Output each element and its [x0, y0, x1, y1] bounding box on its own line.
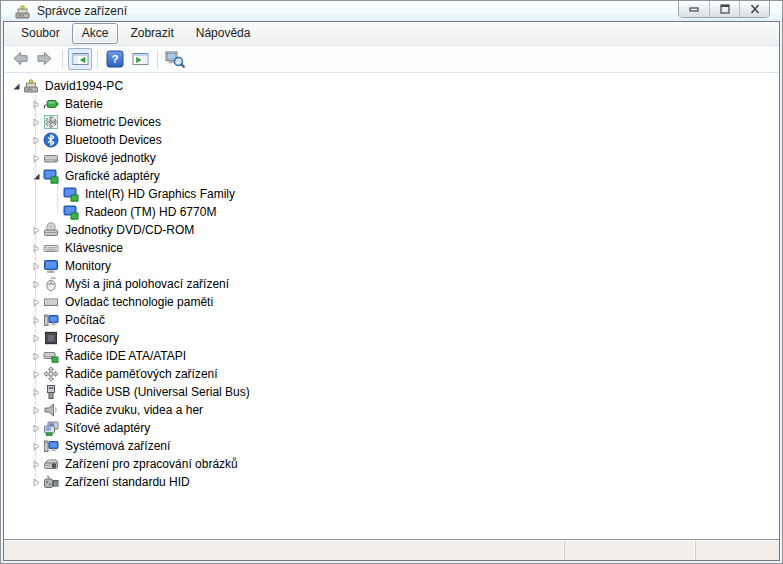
tree-item[interactable]: Intel(R) HD Graphics Family [4, 185, 779, 203]
tree-item-label: Monitory [65, 259, 111, 273]
tree-item[interactable]: Řadiče paměťových zařízení [4, 365, 779, 383]
tree-item[interactable]: Řadiče USB (Universal Serial Bus) [4, 383, 779, 401]
audio-icon [43, 402, 59, 418]
tree-item-label: Procesory [65, 331, 119, 345]
tree-item[interactable]: Ovladač technologie paměti [4, 293, 779, 311]
tree-expander-icon[interactable] [29, 97, 43, 111]
tree-expander-icon[interactable] [29, 115, 43, 129]
tree-expander-icon[interactable] [29, 421, 43, 435]
tree-guide-line [35, 95, 36, 482]
tree-item-label: Jednotky DVD/CD-ROM [65, 223, 194, 237]
disk-drive-icon [43, 150, 59, 166]
back-button[interactable] [8, 48, 32, 70]
minimize-icon [688, 4, 700, 14]
tree-expander-icon[interactable] [29, 133, 43, 147]
statusbar [4, 540, 779, 560]
console-tree-icon [72, 51, 89, 67]
tree-item[interactable]: David1994-PC [4, 77, 779, 95]
tree-expander-icon[interactable] [29, 223, 43, 237]
tree-expander-icon[interactable] [9, 79, 23, 93]
tree-expander-icon[interactable] [29, 367, 43, 381]
network-adapter-icon [43, 420, 59, 436]
tree-item[interactable]: Klávesnice [4, 239, 779, 257]
tree-item[interactable]: Jednotky DVD/CD-ROM [4, 221, 779, 239]
tree-item[interactable]: Grafické adaptéry [4, 167, 779, 185]
menu-item-akce[interactable]: Akce [72, 23, 119, 44]
tree-expander-icon[interactable] [29, 277, 43, 291]
forward-arrow-icon [35, 49, 55, 69]
device-manager-window: Správce zařízení SouborAkceZobrazitNápov… [0, 0, 783, 564]
tree-item-label: Řadiče zvuku, videa a her [65, 403, 203, 417]
menu-item-soubor[interactable]: Soubor [11, 23, 70, 44]
tree-item[interactable]: Procesory [4, 329, 779, 347]
tree-expander-icon[interactable] [29, 169, 43, 183]
tree-item[interactable]: Bluetooth Devices [4, 131, 779, 149]
statusbar-segment [695, 541, 779, 560]
tree-expander-icon[interactable] [29, 475, 43, 489]
back-arrow-icon [10, 49, 30, 69]
tree-item[interactable]: Zařízení pro zpracování obrázků [4, 455, 779, 473]
help-button[interactable]: ? [103, 48, 127, 70]
tree-expander-icon[interactable] [29, 295, 43, 309]
statusbar-segment [4, 541, 564, 560]
maximize-button[interactable] [709, 1, 739, 17]
tree-item[interactable]: Systémová zařízení [4, 437, 779, 455]
tree-item[interactable]: Řadiče IDE ATA/ATAPI [4, 347, 779, 365]
forward-button[interactable] [33, 48, 57, 70]
tree-item-label: Baterie [65, 97, 103, 111]
tree-guide-line [57, 185, 58, 212]
tree-item[interactable]: Počítač [4, 311, 779, 329]
tree-item-label: Řadiče IDE ATA/ATAPI [65, 349, 186, 363]
maximize-icon [719, 4, 731, 14]
help-icon: ? [106, 50, 124, 68]
tree-item[interactable]: Diskové jednotky [4, 149, 779, 167]
tree-item[interactable]: Myši a jiná polohovací zařízení [4, 275, 779, 293]
tree-item-label: Zařízení pro zpracování obrázků [65, 457, 238, 471]
tree-expander-icon[interactable] [29, 313, 43, 327]
toolbar-separator [62, 50, 63, 68]
tree-item[interactable]: Radeon (TM) HD 6770M [4, 203, 779, 221]
device-tree[interactable]: David1994-PCBaterieBiometric DevicesBlue… [4, 73, 779, 540]
tree-item-label: Myši a jiná polohovací zařízení [65, 277, 229, 291]
display-adapter-icon [63, 204, 79, 220]
tree-item-label: Řadiče paměťových zařízení [65, 367, 218, 381]
minimize-button[interactable] [679, 1, 709, 17]
tree-item[interactable]: Řadiče zvuku, videa a her [4, 401, 779, 419]
mouse-icon [43, 276, 59, 292]
tree-item-label: Počítač [65, 313, 105, 327]
tree-item-label: Grafické adaptéry [65, 169, 160, 183]
tree-expander-icon[interactable] [29, 259, 43, 273]
scan-hardware-button[interactable] [163, 48, 187, 70]
tree-expander-icon[interactable] [29, 385, 43, 399]
tree-expander-icon[interactable] [29, 439, 43, 453]
toolbar-separator [97, 50, 98, 68]
usb-icon [43, 384, 59, 400]
tree-item[interactable]: Monitory [4, 257, 779, 275]
tree-expander-icon[interactable] [29, 349, 43, 363]
tree-expander-icon[interactable] [29, 331, 43, 345]
tree-item[interactable]: Biometric Devices [4, 113, 779, 131]
imaging-device-icon [43, 456, 59, 472]
keyboard-icon [43, 240, 59, 256]
menu-item-zobrazit[interactable]: Zobrazit [120, 23, 183, 44]
close-button[interactable] [739, 1, 769, 17]
tree-expander-icon[interactable] [29, 403, 43, 417]
titlebar[interactable]: Správce zařízení [1, 1, 782, 21]
tree-item[interactable]: Baterie [4, 95, 779, 113]
tree-item[interactable]: Síťové adaptéry [4, 419, 779, 437]
menu-item-napoveda[interactable]: Nápověda [186, 23, 261, 44]
scan-hardware-icon [165, 49, 185, 69]
display-adapter-icon [63, 186, 79, 202]
processor-icon [43, 330, 59, 346]
show-console-tree-button[interactable] [68, 48, 92, 70]
tree-expander-icon[interactable] [29, 241, 43, 255]
statusbar-segment [564, 541, 695, 560]
tree-expander-icon[interactable] [29, 457, 43, 471]
device-manager-computer-icon [23, 78, 39, 94]
show-action-pane-button[interactable] [128, 48, 152, 70]
ide-controller-icon [43, 348, 59, 364]
tree-item-label: Biometric Devices [65, 115, 161, 129]
storage-controller-icon [43, 366, 59, 382]
tree-item[interactable]: Zařízení standardu HID [4, 473, 779, 491]
tree-expander-icon[interactable] [29, 151, 43, 165]
